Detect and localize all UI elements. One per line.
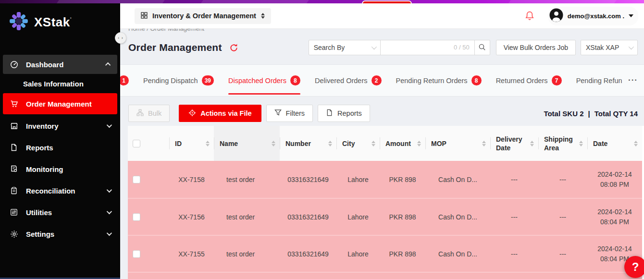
chevron-down-icon — [371, 44, 376, 49]
store-icon — [10, 121, 18, 130]
sidebar-item-utilities[interactable]: Utilities — [3, 202, 117, 222]
table-row[interactable]: XX-7155 test order 03316321649 Lahore PK… — [128, 235, 642, 272]
table-row[interactable]: XX-7158 test order 03316321649 Lahore PK… — [128, 161, 642, 198]
column-header-mop[interactable]: MOP — [425, 126, 490, 161]
sort-icon[interactable] — [417, 141, 421, 146]
vertical-scrollbar[interactable] — [642, 126, 644, 279]
column-header-city[interactable]: City — [336, 126, 380, 161]
table-header: ID Name Number City Amount — [128, 126, 642, 161]
row-checkbox[interactable] — [133, 213, 140, 221]
bulk-button[interactable]: Bulk — [128, 105, 170, 122]
cell-shipping-area: --- — [538, 199, 587, 235]
cell-date: 2024-02-14 08:08 PM — [587, 161, 642, 198]
integration-select[interactable]: XStak XAP — [581, 40, 638, 55]
column-header-name[interactable]: Name — [214, 126, 280, 161]
caret-down-icon — [629, 14, 633, 17]
tab-badge: 7 — [552, 75, 562, 85]
notification-bell-icon[interactable] — [525, 11, 534, 21]
strip-streak — [506, 0, 619, 3]
cell-city: Lahore — [336, 161, 380, 198]
chevron-up-icon — [105, 62, 111, 68]
sort-icon[interactable] — [328, 141, 332, 146]
column-header-delivery-date[interactable]: Delivery Date — [490, 126, 538, 161]
app-window: XStak˚ Dashboard Sales Information Order… — [0, 0, 644, 279]
tab-pending-return-orders[interactable]: Pending Return Orders 8 — [396, 65, 482, 96]
sidebar-item-settings[interactable]: Settings — [3, 224, 117, 244]
sidebar: XStak˚ Dashboard Sales Information Order… — [0, 3, 120, 279]
cell-shipping-area: --- — [538, 161, 587, 198]
cell-mop: Cash On D... — [425, 161, 490, 198]
user-menu[interactable]: demo@xstak.com . — [548, 7, 638, 25]
chevron-down-icon — [629, 44, 634, 49]
cell-shipping-area: --- — [538, 236, 587, 272]
view-bulk-orders-job-button[interactable]: View Bulk Orders Job — [496, 40, 576, 55]
avatar — [549, 8, 563, 24]
swap-vertical-icon — [261, 13, 265, 19]
sort-icon[interactable] — [372, 141, 375, 146]
app-selector-button[interactable]: Inventory & Order Management — [135, 8, 271, 24]
target-icon — [188, 109, 196, 118]
help-button[interactable]: ? — [624, 256, 644, 278]
column-header-shipping-area[interactable]: Shipping Area — [538, 126, 587, 161]
table-toolbar: Bulk Actions via File Filters — [128, 105, 638, 122]
refresh-icon[interactable] — [229, 43, 238, 52]
column-header-number[interactable]: Number — [280, 126, 336, 161]
column-header-id[interactable]: ID — [169, 126, 214, 161]
table-row-partial[interactable] — [128, 272, 642, 279]
cell-name: test order — [214, 161, 280, 198]
tab-dispatched-orders[interactable]: Dispatched Orders 8 — [228, 65, 300, 96]
search-by-label: Search By — [314, 44, 345, 51]
sidebar-item-order-management[interactable]: Order Management — [3, 93, 117, 114]
logo-wordmark: XStak˚ — [34, 15, 72, 30]
column-header-date[interactable]: Date — [587, 126, 642, 161]
row-checkbox[interactable] — [133, 250, 140, 258]
sort-icon[interactable] — [206, 141, 210, 146]
search-by-select[interactable]: Search By — [309, 40, 381, 55]
tab-badge: 39 — [202, 75, 214, 85]
sidebar-item-reconciliation[interactable]: Reconciliation — [3, 181, 117, 201]
sidebar-collapse-button[interactable]: ‹ › — [115, 32, 126, 44]
tab-badge: 1 — [120, 75, 129, 85]
tab-pending-dispatch[interactable]: Pending Dispatch 39 — [143, 65, 214, 96]
app-selector-label: Inventory & Order Management — [152, 12, 256, 20]
sidebar-item-reports[interactable]: Reports — [3, 137, 117, 158]
sort-icon[interactable] — [579, 141, 583, 146]
tab-delivered-orders[interactable]: Delivered Orders 2 — [315, 65, 382, 96]
clipboard-icon — [10, 186, 18, 195]
table-row[interactable]: XX-7156 test order 03316321649 Lahore PK… — [128, 198, 642, 235]
sidebar-item-sales-information[interactable]: Sales Information — [3, 75, 117, 92]
user-email: demo@xstak.com . — [568, 12, 624, 20]
more-tabs-button[interactable]: ··· — [622, 65, 644, 96]
cell-mop: Cash On D... — [425, 236, 490, 272]
logo[interactable]: XStak˚ — [0, 11, 120, 34]
cell-delivery-date: --- — [490, 161, 538, 198]
sort-icon[interactable] — [634, 141, 638, 146]
select-all-checkbox[interactable] — [133, 140, 140, 147]
search-button[interactable] — [474, 40, 490, 55]
column-header-amount[interactable]: Amount — [380, 126, 425, 161]
sidebar-item-inventory[interactable]: Inventory — [3, 116, 117, 136]
totals-divider: | — [588, 109, 590, 118]
sort-icon[interactable] — [530, 141, 534, 146]
funnel-icon — [274, 109, 282, 118]
reports-button[interactable]: Reports — [318, 105, 370, 122]
page-title: Order Management — [128, 42, 222, 53]
cell-amount: PKR 898 — [380, 236, 425, 272]
chevron-down-icon — [107, 122, 112, 128]
tab-returned-orders[interactable]: Returned Orders 7 — [496, 65, 562, 96]
sidebar-item-monitoring[interactable]: Monitoring — [3, 159, 117, 179]
cell-id: XX-7158 — [169, 161, 214, 198]
speedometer-icon — [10, 60, 18, 69]
actions-via-file-button[interactable]: Actions via File — [179, 105, 261, 122]
sort-icon[interactable] — [272, 141, 275, 146]
search-icon — [478, 43, 486, 52]
tab-clipped[interactable]: 1 — [120, 65, 129, 96]
filters-button[interactable]: Filters — [266, 105, 313, 122]
row-checkbox[interactable] — [133, 176, 140, 183]
sort-icon[interactable] — [482, 141, 486, 146]
strip-streak — [54, 0, 167, 3]
cell-id: XX-7155 — [169, 236, 214, 272]
integration-label: XStak XAP — [586, 44, 619, 51]
sidebar-item-dashboard[interactable]: Dashboard — [3, 55, 117, 74]
total-qty: Total QTY 14 — [594, 109, 638, 118]
